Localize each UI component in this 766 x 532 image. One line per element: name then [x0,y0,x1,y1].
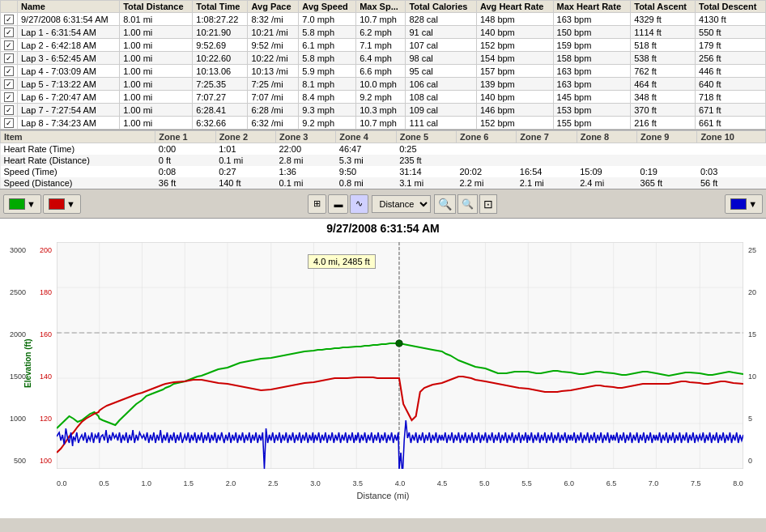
lap-ascent-3: 538 ft [631,52,696,65]
lap-check-5[interactable]: ✓ [1,78,18,91]
lap-max-speed-0: 10.7 mph [356,13,406,26]
col-avg-hr[interactable]: Avg Heart Rate [476,1,553,13]
graph-svg[interactable] [57,242,743,469]
table-row[interactable]: ✓ Lap 1 - 6:31:54 AM 1.00 mi 10:21.90 10… [1,26,766,39]
lap-distance-5: 1.00 mi [120,78,193,91]
lap-check-0[interactable]: ✓ [1,13,18,26]
zone-val-0-0: 0:00 [155,143,215,155]
zone-val-1-5 [457,155,517,166]
lap-check-2[interactable]: ✓ [1,39,18,52]
lap-max-speed-4: 6.6 mph [356,65,406,78]
lap-ascent-6: 348 ft [631,91,696,104]
zone-val-2-1: 0:27 [215,166,275,177]
lap-max-speed-1: 6.2 mph [356,26,406,39]
col-ascent[interactable]: Total Ascent [631,1,696,13]
x-1.0: 1.0 [141,479,151,487]
col-total-distance[interactable]: Total Distance [120,1,193,13]
lap-max-hr-1: 150 bpm [553,26,631,39]
table-row[interactable]: ✓ Lap 6 - 7:20:47 AM 1.00 mi 7:07.27 7:0… [1,91,766,104]
x-0.5: 0.5 [99,479,109,487]
lap-max-speed-7: 10.3 mph [356,104,406,117]
zone-val-2-7: 15:09 [577,166,636,177]
zone-col-10: Zone 10 [697,131,766,143]
lap-ascent-1: 1114 ft [631,26,696,39]
color-group-3: ▼ [725,194,763,214]
x-7.5: 7.5 [691,479,701,487]
lap-max-speed-2: 7.1 mph [356,39,406,52]
color3-button[interactable]: ▼ [725,194,763,214]
lap-time-8: 6:32.66 [193,117,248,130]
color1-button[interactable]: ▼ [3,194,41,214]
grid-view-button[interactable]: ⊞ [308,194,326,214]
lap-calories-5: 106 cal [406,78,477,91]
lap-ascent-2: 518 ft [631,39,696,52]
x-5.5: 5.5 [521,479,532,487]
lap-check-8[interactable]: ✓ [1,117,18,130]
zoom-out-button[interactable]: 🔍 [457,194,478,214]
fit-button[interactable]: ⊡ [479,194,497,214]
col-name[interactable]: Name [18,1,120,13]
speed-25: 25 [748,246,764,254]
table-row[interactable]: ✓ Lap 2 - 6:42:18 AM 1.00 mi 9:52.69 9:5… [1,39,766,52]
lap-calories-0: 828 cal [406,13,477,26]
speed-0: 0 [748,457,764,465]
col-calories[interactable]: Total Calories [406,1,477,13]
zone-item-0: Heart Rate (Time) [1,143,155,155]
col-avg-speed[interactable]: Avg Speed [299,1,356,13]
zoom-in-button[interactable]: 🔍 [434,194,456,214]
lap-descent-4: 446 ft [696,65,766,78]
x-7.0: 7.0 [649,479,659,487]
bar-view-button[interactable]: ▬ [328,194,348,214]
lap-name-0: 9/27/2008 6:31:54 AM [18,13,120,26]
lap-pace-0: 8:32 /mi [248,13,299,26]
lap-check-1[interactable]: ✓ [1,26,18,39]
table-row[interactable]: ✓ 9/27/2008 6:31:54 AM 8.01 mi 1:08:27.2… [1,13,766,26]
lap-check-7[interactable]: ✓ [1,104,18,117]
col-avg-pace[interactable]: Avg Pace [248,1,299,13]
table-row[interactable]: ✓ Lap 4 - 7:03:09 AM 1.00 mi 10:13.06 10… [1,65,766,78]
lap-check-4[interactable]: ✓ [1,65,18,78]
col-total-time[interactable]: Total Time [193,1,248,13]
wave-view-button[interactable]: ∿ [350,194,368,214]
elevation-axis-label: Elevation (ft) [23,339,32,388]
lap-avg-hr-6: 140 bpm [476,91,553,104]
lap-max-speed-3: 6.4 mph [356,52,406,65]
x-4.0: 4.0 [395,479,406,487]
lap-avg-speed-8: 9.2 mph [299,117,356,130]
lap-distance-7: 1.00 mi [120,104,193,117]
elev-1000: 1000 [2,415,26,423]
zone-item-1: Heart Rate (Distance) [1,155,155,166]
col-max-hr[interactable]: Max Heart Rate [553,1,631,13]
color2-button[interactable]: ▼ [43,194,81,214]
x-6.0: 6.0 [564,479,574,487]
table-row[interactable]: ✓ Lap 5 - 7:13:22 AM 1.00 mi 7:25.35 7:2… [1,78,766,91]
hr-100: 100 [29,457,52,465]
x-4.5: 4.5 [437,479,448,487]
distance-select[interactable]: Distance Time [372,195,431,213]
lap-avg-speed-0: 7.0 mph [299,13,356,26]
graph-container[interactable]: 3000 2500 2000 1500 1000 500 200 180 160… [0,238,766,489]
lap-avg-speed-7: 9.3 mph [299,104,356,117]
lap-descent-6: 718 ft [696,91,766,104]
table-row[interactable]: ✓ Lap 3 - 6:52:45 AM 1.00 mi 10:22.60 10… [1,52,766,65]
col-descent[interactable]: Total Descent [696,1,766,13]
lap-pace-3: 10:22 /mi [248,52,299,65]
col-max-speed[interactable]: Max Sp... [356,1,406,13]
lap-pace-4: 10:13 /mi [248,65,299,78]
lap-name-8: Lap 8 - 7:34:23 AM [18,117,120,130]
table-row[interactable]: ✓ Lap 7 - 7:27:54 AM 1.00 mi 6:28.41 6:2… [1,104,766,117]
lap-calories-3: 98 cal [406,52,477,65]
lap-descent-7: 671 ft [696,104,766,117]
zone-val-0-2: 22:00 [275,143,335,155]
lap-check-6[interactable]: ✓ [1,91,18,104]
toolbar: ▼ ▼ ⊞ ▬ ∿ Distance Time 🔍 🔍 ⊡ ▼ [0,189,766,219]
table-row[interactable]: ✓ Lap 8 - 7:34:23 AM 1.00 mi 6:32.66 6:3… [1,117,766,130]
lap-avg-hr-0: 148 bpm [476,13,553,26]
lap-ascent-0: 4329 ft [631,13,696,26]
zone-col-9: Zone 9 [637,131,697,143]
lap-pace-6: 7:07 /mi [248,91,299,104]
lap-check-3[interactable]: ✓ [1,52,18,65]
lap-avg-speed-5: 8.1 mph [299,78,356,91]
color3-arrow: ▼ [748,199,757,209]
lap-descent-5: 640 ft [696,78,766,91]
